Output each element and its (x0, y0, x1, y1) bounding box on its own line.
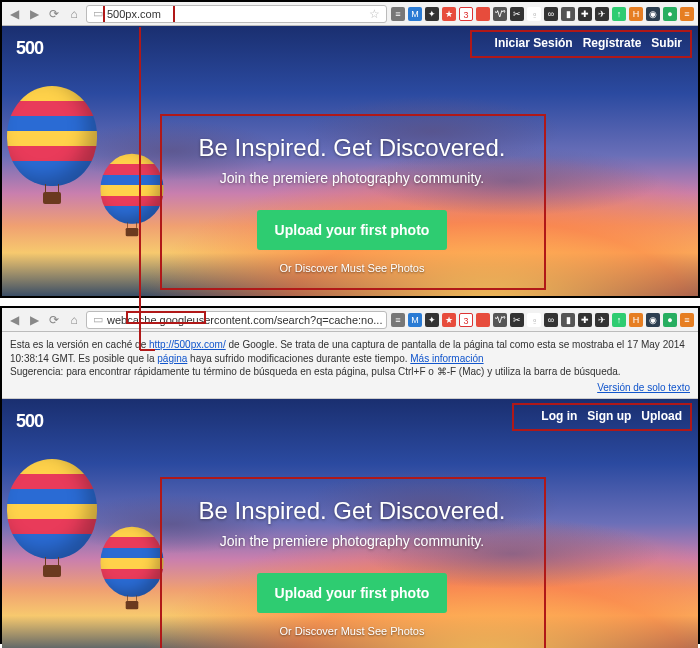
login-link[interactable]: Log in (541, 409, 577, 423)
extension-icon[interactable] (476, 7, 490, 21)
browser-url-bar: ◀ ▶ ⟳ ⌂ ▭ webcache.googleusercontent.com… (2, 308, 698, 332)
discover-link[interactable]: Or Discover Must See Photos (170, 625, 534, 637)
extension-icon[interactable]: ▮ (561, 7, 575, 21)
extension-icon[interactable]: ▮ (561, 313, 575, 327)
hero-copy: Be Inspired. Get Discovered. Join the pr… (162, 122, 542, 284)
page-icon: ▭ (93, 7, 103, 20)
text-only-version-link[interactable]: Versión de solo texto (597, 382, 690, 393)
extension-icon[interactable]: M (408, 7, 422, 21)
extension-icon[interactable]: ⍛ (527, 313, 541, 327)
upload-link[interactable]: Upload (641, 409, 682, 423)
hero-subheadline: Join the premiere photography community. (170, 170, 534, 186)
login-link[interactable]: Iniciar Sesión (495, 36, 573, 50)
address-bar[interactable]: ▭ webcache.googleusercontent.com/search?… (86, 311, 387, 329)
extension-icon[interactable]: ◉ (646, 7, 660, 21)
upload-first-photo-button[interactable]: Upload your first photo (257, 210, 448, 250)
extension-icon[interactable]: ● (663, 7, 677, 21)
bookmark-star-icon[interactable]: ☆ (365, 7, 380, 21)
extension-icon[interactable]: ∞ (544, 313, 558, 327)
browser-url-bar: ◀ ▶ ⟳ ⌂ ▭ 500px.com ☆ ≡M✦★3Ꮙ✂⍛∞▮✚✈↑H◉●≡ (2, 2, 698, 26)
balloon-graphic (7, 459, 97, 577)
home-button[interactable]: ⌂ (66, 312, 82, 328)
cache-text: Esta es la versión en caché de http://50… (10, 338, 690, 365)
extension-tray: ≡M✦★3Ꮙ✂⍛∞▮✚✈↑H◉●≡ (391, 313, 694, 327)
balloon-graphic (101, 154, 164, 237)
extension-icon[interactable]: ∞ (544, 7, 558, 21)
extension-icon[interactable]: ≡ (391, 313, 405, 327)
hero-subheadline: Join the premiere photography community. (170, 533, 534, 549)
extension-icon[interactable]: ↑ (612, 7, 626, 21)
header-nav: Log in Sign up Upload (533, 405, 690, 427)
extension-icon[interactable]: ★ (442, 7, 456, 21)
header-nav: Iniciar Sesión Regístrate Subir (487, 32, 690, 54)
cache-more-info-link[interactable]: Más información (410, 353, 483, 364)
extension-icon[interactable]: ✂ (510, 7, 524, 21)
signup-link[interactable]: Regístrate (583, 36, 642, 50)
cache-hint: Sugerencia: para encontrar rápidamente t… (10, 365, 690, 379)
extension-icon[interactable]: ★ (442, 313, 456, 327)
extension-icon[interactable]: ✂ (510, 313, 524, 327)
extension-icon[interactable]: 3 (459, 313, 473, 327)
url-text: webcache.googleusercontent.com/search?q=… (107, 314, 382, 326)
site-logo[interactable]: 500 (16, 411, 43, 432)
extension-icon[interactable]: ● (663, 313, 677, 327)
hero-section: 500 Log in Sign up Upload Be Inspired. G… (2, 399, 698, 648)
bookmark-star-icon[interactable]: ☆ (382, 313, 387, 327)
extension-icon[interactable]: ✦ (425, 7, 439, 21)
forward-button[interactable]: ▶ (26, 6, 42, 22)
extension-icon[interactable]: H (629, 7, 643, 21)
site-header: 500 Iniciar Sesión Regístrate Subir (2, 26, 698, 70)
page-icon: ▭ (93, 313, 103, 326)
extension-tray: ≡M✦★3Ꮙ✂⍛∞▮✚✈↑H◉●≡ (391, 7, 694, 21)
extension-icon[interactable]: 3 (459, 7, 473, 21)
site-header: 500 Log in Sign up Upload (2, 399, 698, 443)
site-logo[interactable]: 500 (16, 38, 43, 59)
extension-icon[interactable]: ◉ (646, 313, 660, 327)
reload-button[interactable]: ⟳ (46, 6, 62, 22)
extension-icon[interactable]: ≡ (391, 7, 405, 21)
extension-icon[interactable]: ✈ (595, 313, 609, 327)
hero-copy: Be Inspired. Get Discovered. Join the pr… (162, 485, 542, 647)
signup-link[interactable]: Sign up (587, 409, 631, 423)
extension-icon[interactable]: ≡ (680, 7, 694, 21)
discover-link[interactable]: Or Discover Must See Photos (170, 262, 534, 274)
extension-icon[interactable]: ≡ (680, 313, 694, 327)
extension-icon[interactable]: ✈ (595, 7, 609, 21)
address-bar[interactable]: ▭ 500px.com ☆ (86, 5, 387, 23)
back-button[interactable]: ◀ (6, 312, 22, 328)
extension-icon[interactable]: ✦ (425, 313, 439, 327)
balloon-graphic (7, 86, 97, 204)
google-cache-banner: Esta es la versión en caché de http://50… (2, 332, 698, 399)
extension-icon[interactable]: ↑ (612, 313, 626, 327)
panel-live-site: ◀ ▶ ⟳ ⌂ ▭ 500px.com ☆ ≡M✦★3Ꮙ✂⍛∞▮✚✈↑H◉●≡ … (0, 0, 700, 298)
forward-button[interactable]: ▶ (26, 312, 42, 328)
panel-cached-site: ◀ ▶ ⟳ ⌂ ▭ webcache.googleusercontent.com… (0, 306, 700, 644)
extension-icon[interactable]: Ꮙ (493, 7, 507, 21)
extension-icon[interactable]: M (408, 313, 422, 327)
reload-button[interactable]: ⟳ (46, 312, 62, 328)
url-text: 500px.com (107, 8, 161, 20)
extension-icon[interactable]: ⍛ (527, 7, 541, 21)
extension-icon[interactable]: ✚ (578, 7, 592, 21)
extension-icon[interactable] (476, 313, 490, 327)
cache-source-link[interactable]: http://500px.com/ (149, 339, 226, 350)
extension-icon[interactable]: H (629, 313, 643, 327)
extension-icon[interactable]: ✚ (578, 313, 592, 327)
hero-section: 500 Iniciar Sesión Regístrate Subir Be I… (2, 26, 698, 296)
upload-first-photo-button[interactable]: Upload your first photo (257, 573, 448, 613)
hero-headline: Be Inspired. Get Discovered. (170, 134, 534, 162)
back-button[interactable]: ◀ (6, 6, 22, 22)
hero-headline: Be Inspired. Get Discovered. (170, 497, 534, 525)
balloon-graphic (101, 527, 164, 610)
upload-link[interactable]: Subir (651, 36, 682, 50)
cache-pagina-link[interactable]: página (157, 353, 187, 364)
extension-icon[interactable]: Ꮙ (493, 313, 507, 327)
home-button[interactable]: ⌂ (66, 6, 82, 22)
